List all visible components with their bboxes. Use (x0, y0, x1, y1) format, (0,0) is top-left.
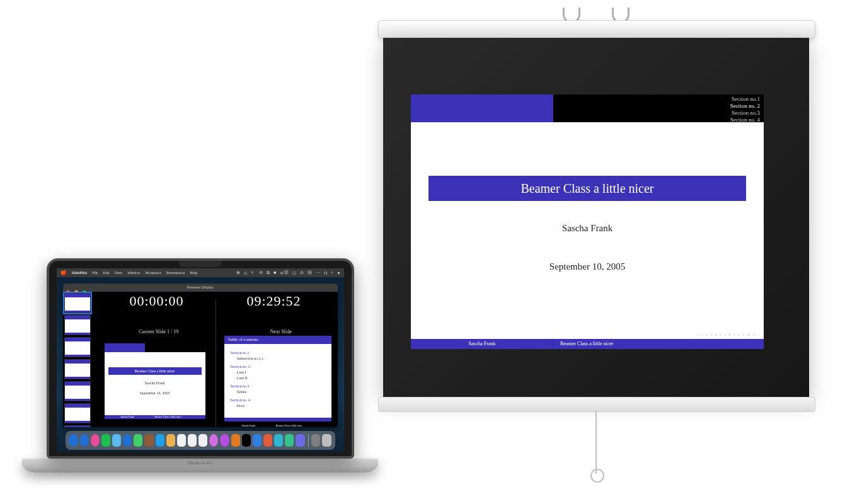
menubar-status-icon[interactable]: ⓐ (308, 270, 312, 275)
dock-app-icon[interactable] (134, 434, 142, 447)
dock-app-icon[interactable] (177, 434, 186, 447)
projector-pull-cord (595, 411, 597, 474)
current-slide-preview[interactable]: Beamer Class a little nicer Sascha Frank… (105, 343, 205, 419)
dock-app-icon[interactable] (231, 434, 240, 447)
menu-moderator[interactable]: Moderator (146, 268, 161, 277)
menu-presentation[interactable]: Presentation (166, 268, 185, 277)
menubar-status-icon[interactable]: ● (337, 270, 340, 275)
dock-app-icon[interactable] (220, 434, 229, 447)
apple-menu-icon[interactable]: 🍎 (60, 268, 67, 277)
dock-app-icon[interactable] (188, 434, 197, 447)
dock-app-icon[interactable] (242, 434, 251, 447)
slide-date: September 10, 2005 (411, 262, 764, 272)
menubar-status-icon[interactable]: ᯤ (251, 270, 255, 275)
macbook-screen: 🍎 SlidePilot File Edit View Window Moder… (57, 268, 344, 452)
projector-weight-bar (378, 397, 815, 412)
menubar-status-area: ⊕△ᯤ⟲⧉■A/字◻⊙ⓐ⋯Q≡● (233, 268, 340, 277)
thumbnail[interactable] (64, 315, 91, 335)
dock-app-icon[interactable] (123, 434, 132, 447)
toc-section: Section no. 2 (231, 364, 325, 370)
macbook-display: 🍎 SlidePilot File Edit View Window Moder… (47, 258, 354, 459)
window-titlebar[interactable]: Presenter Display (63, 284, 338, 292)
mini-footer-author: Sascha Frank (242, 424, 255, 427)
menubar-status-icon[interactable]: ⊕ (236, 270, 240, 275)
toc-section: Section no.3 (231, 384, 325, 389)
dock-app-icon[interactable] (80, 434, 89, 447)
window-title: Presenter Display (63, 284, 338, 292)
footer-title: Beamer Class a little nicer (553, 339, 764, 349)
dock-app-icon[interactable] (253, 434, 262, 447)
menu-window[interactable]: Window (127, 268, 140, 277)
menubar-status-icon[interactable]: ■ (273, 270, 276, 275)
menubar-status-icon[interactable]: ◻ (292, 270, 296, 275)
section-link: Section no.1 (553, 96, 760, 103)
dock-app-icon[interactable] (198, 434, 207, 447)
thumbnail-strip[interactable] (63, 292, 93, 427)
dock-app-icon[interactable] (166, 434, 175, 447)
divider (216, 300, 216, 427)
thumbnail[interactable] (64, 293, 91, 313)
dock-app-icon[interactable] (209, 434, 218, 447)
dock-app-icon[interactable] (69, 434, 78, 447)
current-slide-label: Current Slide 1 / 19 (139, 329, 178, 335)
thumbnail[interactable] (64, 381, 91, 401)
macbook-base (22, 459, 378, 472)
app-menu[interactable]: SlidePilot (72, 268, 88, 277)
dock-app-icon[interactable] (112, 434, 121, 447)
menu-file[interactable]: File (92, 268, 98, 277)
menubar-status-icon[interactable]: ⊙ (300, 270, 304, 275)
thumbnail[interactable] (64, 425, 91, 427)
thumbnail[interactable] (64, 403, 91, 423)
mac-menubar: 🍎 SlidePilot File Edit View Window Moder… (57, 268, 344, 277)
macbook-notch (179, 261, 222, 267)
toc: Section no.1Subsection no.1.1Section no.… (224, 344, 331, 413)
mini-slide-author: Sascha Frank (105, 381, 205, 385)
next-slide-label: Next Slide (270, 329, 292, 335)
slide-header: Section no.1 Section no. 2 Section no.3 … (411, 94, 764, 122)
toc-subsection: Lists I (237, 370, 325, 375)
menubar-status-icon[interactable]: A/字 (280, 270, 289, 275)
mini-slide-title: Beamer Class a little nicer (108, 367, 202, 375)
toc-subsection: Lists II (237, 375, 325, 381)
dock-app-icon[interactable] (91, 434, 100, 447)
slide-title: Beamer Class a little nicer (428, 176, 746, 201)
mini-slide-date: September 10, 2005 (105, 391, 205, 395)
menu-help[interactable]: Help (190, 268, 198, 277)
next-slide-preview[interactable]: Table of contents Section no.1Subsection… (224, 336, 331, 421)
thumbnail[interactable] (64, 337, 91, 357)
toc-subsection: blocs (237, 403, 325, 409)
dock-app-icon[interactable] (274, 434, 283, 447)
mini-footer-title: Beamer Class a little nicer (155, 415, 181, 419)
dock-app-icon[interactable] (322, 434, 331, 447)
menu-edit[interactable]: Edit (103, 268, 110, 277)
section-link: Section no. 4 (553, 117, 760, 123)
dock[interactable] (66, 431, 335, 450)
dock-app-icon[interactable] (144, 434, 153, 447)
next-slide-heading: Table of contents (224, 336, 331, 344)
dock-app-icon[interactable] (156, 434, 164, 447)
toc-section: Section no.1 (231, 350, 325, 356)
slide-nav-icons: ◂ □ ▸ ◂ ⊕ ▸ ◂ ≡ ▸ ≡ ↺ ۞ ⊘ (696, 333, 755, 336)
toc-subsection: Tables (237, 389, 325, 395)
section-link: Section no.3 (553, 110, 760, 117)
menu-view[interactable]: View (115, 268, 123, 277)
dock-app-icon[interactable] (101, 434, 110, 447)
menubar-status-icon[interactable]: △ (244, 270, 247, 275)
dock-app-icon[interactable] (285, 434, 294, 447)
toc-subsection: Subsection no.1.1 (237, 356, 325, 362)
thumbnail[interactable] (64, 359, 91, 379)
slide-header-accent (411, 94, 553, 122)
mini-footer-author: Sascha Frank (121, 415, 134, 419)
menubar-status-icon[interactable]: ⟲ (259, 270, 263, 275)
mini-footer-title: Beamer Class a little nicer (275, 424, 302, 427)
dock-app-icon[interactable] (296, 434, 304, 447)
slide-section-list: Section no.1 Section no. 2 Section no.3 … (553, 94, 764, 122)
menubar-status-icon[interactable]: ⋯ (316, 270, 320, 275)
menubar-status-icon[interactable]: Q (324, 270, 327, 275)
toc-section: Section no. 4 (231, 398, 325, 403)
menubar-status-icon[interactable]: ≡ (331, 270, 333, 275)
dock-app-icon[interactable] (263, 434, 272, 447)
projected-slide: Section no.1 Section no. 2 Section no.3 … (411, 94, 764, 349)
dock-app-icon[interactable] (311, 434, 320, 447)
menubar-status-icon[interactable]: ⧉ (267, 270, 270, 275)
